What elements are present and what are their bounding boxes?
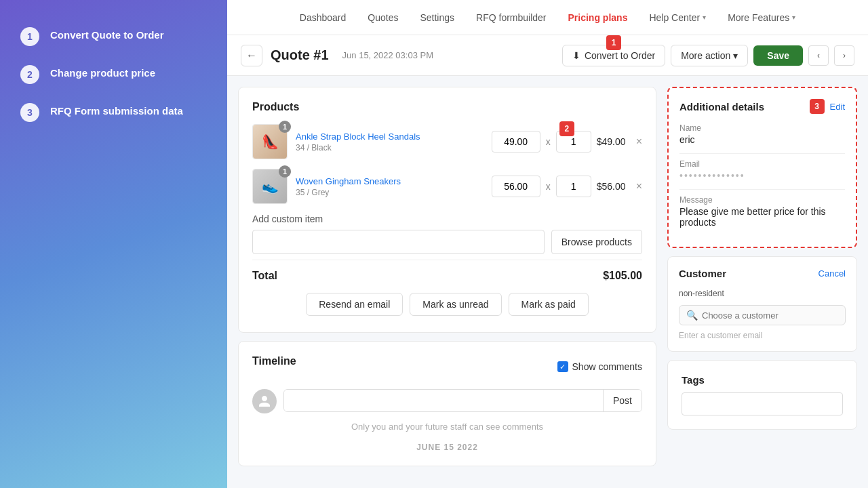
browse-products-button[interactable]: Browse products [551, 230, 642, 254]
back-button[interactable]: ← [241, 45, 262, 66]
tutorial-badge-1: 1 [606, 35, 621, 50]
sidebar-item-rfq-form[interactable]: 3 RFQ Form submission data [20, 103, 207, 122]
customer-email-hint: Enter a customer email [679, 331, 846, 340]
nav-help-center[interactable]: Help Center ▾ [649, 12, 706, 23]
custom-item-input[interactable] [252, 230, 545, 254]
detail-email-label: Email [679, 159, 845, 169]
edit-additional-details-link[interactable]: Edit [830, 102, 845, 112]
product-total-2: $56.00 [597, 181, 631, 192]
product-qty-input-2[interactable] [556, 176, 591, 197]
step-badge-1: 1 [20, 27, 39, 46]
product-price-input-1[interactable] [492, 131, 540, 152]
detail-message-row: Message Please give me better price for … [679, 195, 845, 228]
products-card: Products 👠 1 Ankle Strap Block Heel Sand… [238, 87, 656, 333]
next-quote-button[interactable]: › [834, 45, 854, 66]
product-variant-1: 34 / Black [296, 143, 484, 152]
product-info-2: Woven Gingham Sneakers 35 / Grey [296, 176, 484, 197]
tutorial-badge-3: 3 [810, 99, 825, 114]
nav-dashboard[interactable]: Dashboard [300, 12, 347, 23]
product-name-1[interactable]: Ankle Strap Block Heel Sandals [296, 131, 484, 142]
more-action-arrow-icon: ▾ [733, 50, 738, 61]
custom-item-row: Browse products [252, 230, 642, 254]
nav-more-features[interactable]: More Features ▾ [728, 12, 795, 23]
detail-name-label: Name [679, 123, 845, 133]
customer-card-title: Customer [679, 268, 726, 279]
resend-email-button[interactable]: Resend an email [306, 293, 403, 316]
sidebar-item-label-1: Convert Quote to Order [50, 27, 164, 41]
quote-header: ← Quote #1 Jun 15, 2022 03:03 PM 1 ⬇ Con… [227, 35, 868, 76]
sidebar-item-change-price[interactable]: 2 Change product price [20, 65, 207, 84]
header-actions: 1 ⬇ Convert to Order More action ▾ Save … [562, 45, 854, 66]
customer-card-header: Customer Cancel [679, 268, 846, 279]
timeline-header: Timeline ✓ Show comments [252, 355, 642, 378]
customer-search-input[interactable] [702, 310, 838, 321]
product-info-1: Ankle Strap Block Heel Sandals 34 / Blac… [296, 131, 484, 152]
mark-paid-button[interactable]: Mark as paid [509, 293, 589, 316]
nav-quotes[interactable]: Quotes [368, 12, 398, 23]
left-column: Products 👠 1 Ankle Strap Block Heel Sand… [238, 87, 656, 477]
custom-item-section: Add custom item Browse products [252, 214, 642, 254]
remove-product-1-button[interactable]: × [636, 136, 642, 147]
customer-search-icon: 🔍 [686, 310, 698, 321]
show-comments-label: Show comments [572, 361, 642, 372]
tags-card: Tags [667, 360, 857, 430]
tags-input[interactable] [682, 392, 843, 415]
comment-input-wrap: Post [283, 389, 642, 412]
step-badge-2: 2 [20, 65, 39, 84]
detail-message-value: Please give me better price for this pro… [679, 206, 845, 228]
product-row-2: 👟 1 Woven Gingham Sneakers 35 / Grey x $… [252, 169, 642, 204]
timeline-title: Timeline [252, 355, 296, 367]
detail-email-value: •••••••••••••• [679, 170, 845, 181]
post-comment-button[interactable]: Post [603, 390, 642, 411]
action-buttons-row: Resend an email Mark as unread Mark as p… [252, 282, 642, 319]
divider-2 [679, 189, 845, 190]
multiply-separator-1: x [546, 136, 551, 147]
mark-unread-button[interactable]: Mark as unread [410, 293, 501, 316]
nav-settings[interactable]: Settings [420, 12, 454, 23]
tags-title: Tags [682, 374, 843, 386]
two-column-layout: Products 👠 1 Ankle Strap Block Heel Sand… [227, 76, 868, 488]
customer-cancel-link[interactable]: Cancel [818, 268, 846, 279]
sidebar-item-convert-quote[interactable]: 1 Convert Quote to Order [20, 27, 207, 46]
product-price-controls-1: 2 x $49.00 × [492, 131, 642, 152]
customer-card: Customer Cancel non-resident 🔍 Enter a c… [667, 256, 857, 352]
multiply-separator-2: x [546, 181, 551, 192]
products-title: Products [252, 101, 642, 113]
help-center-arrow-icon: ▾ [703, 14, 706, 21]
save-button[interactable]: Save [753, 45, 803, 66]
more-action-button[interactable]: More action ▾ [671, 45, 748, 66]
step-badge-3: 3 [20, 103, 39, 122]
user-avatar [252, 389, 277, 413]
product-name-2[interactable]: Woven Gingham Sneakers [296, 176, 484, 186]
nav-rfq-formbuilder[interactable]: RFQ formbuilder [476, 12, 546, 23]
prev-quote-button[interactable]: ‹ [808, 45, 829, 66]
sidebar-item-label-3: RFQ Form submission data [50, 103, 183, 117]
non-resident-label: non-resident [679, 289, 846, 298]
comment-input-row: Post [252, 389, 642, 413]
timeline-date: JUNE 15 2022 [252, 443, 642, 452]
show-comments-row: ✓ Show comments [557, 361, 642, 372]
detail-name-value: eric [679, 134, 845, 145]
timeline-card: Timeline ✓ Show comments Post Only yo [238, 341, 656, 466]
detail-message-label: Message [679, 195, 845, 205]
main-content: Dashboard Quotes Settings RFQ formbuilde… [227, 0, 868, 488]
show-comments-checkbox[interactable]: ✓ [557, 361, 568, 372]
divider-1 [679, 153, 845, 154]
right-column: Additional details 3 Edit Name eric Emai… [667, 87, 857, 477]
product-thumb-1: 👠 1 [252, 124, 288, 159]
detail-name-row: Name eric [679, 123, 845, 145]
detail-email-row: Email •••••••••••••• [679, 159, 845, 181]
additional-details-card: Additional details 3 Edit Name eric Emai… [667, 87, 857, 248]
remove-product-2-button[interactable]: × [636, 181, 642, 192]
comment-input[interactable] [284, 390, 603, 411]
total-label: Total [252, 270, 277, 282]
quote-date: Jun 15, 2022 03:03 PM [342, 50, 433, 60]
custom-item-label: Add custom item [252, 214, 642, 224]
product-price-controls-2: x $56.00 × [492, 176, 642, 197]
product-badge-2: 1 [279, 165, 291, 178]
quote-title: Quote #1 [271, 47, 329, 63]
nav-pricing-plans[interactable]: Pricing plans [568, 12, 628, 23]
sidebar-item-label-2: Change product price [50, 65, 155, 79]
product-price-input-2[interactable] [492, 176, 540, 197]
total-row: Total $105.00 [252, 260, 642, 282]
